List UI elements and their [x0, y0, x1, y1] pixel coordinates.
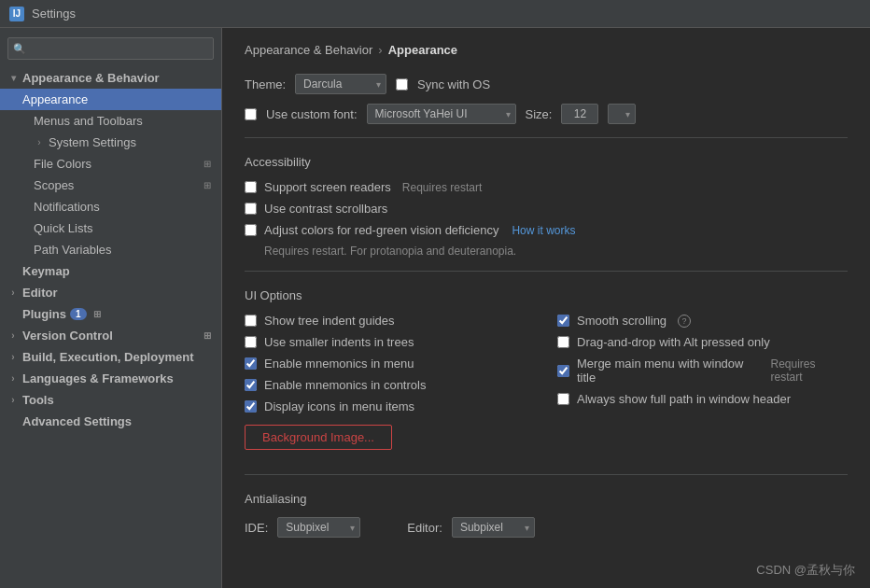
sidebar-group-appearance-behavior[interactable]: ▾ Appearance & Behavior	[0, 67, 221, 89]
sidebar-item-appearance[interactable]: Appearance	[0, 89, 221, 110]
theme-select[interactable]: Darcula IntelliJ Light	[295, 74, 386, 94]
sync-with-os-checkbox[interactable]	[396, 78, 408, 91]
mnemonics-controls-checkbox[interactable]	[245, 379, 257, 391]
sidebar-group-build[interactable]: › Build, Execution, Deployment	[0, 346, 221, 368]
chevron-right-icon	[7, 266, 19, 277]
chevron-right-icon: ›	[7, 352, 19, 363]
antialiasing-row: IDE: Subpixel Greyscale None Editor: Sub…	[245, 517, 848, 538]
divider-2	[245, 271, 848, 272]
ide-antialiasing-select[interactable]: Subpixel Greyscale None	[277, 517, 360, 538]
ide-select-wrapper[interactable]: Subpixel Greyscale None	[277, 517, 360, 538]
sidebar-item-label: Path Variables	[34, 243, 112, 257]
antialiasing-title: Antialiasing	[245, 492, 848, 506]
show-tree-indent-checkbox[interactable]	[245, 315, 257, 327]
sidebar-group-label: Appearance & Behavior	[22, 71, 160, 85]
sidebar-group-editor[interactable]: › Editor	[0, 282, 221, 303]
mnemonics-menu-label: Enable mnemonics in menu	[264, 357, 414, 371]
sidebar-group-tools[interactable]: › Tools	[0, 389, 221, 411]
merge-menu-label: Merge main menu with window title	[577, 357, 760, 385]
sidebar-item-label: Build, Execution, Deployment	[22, 350, 193, 364]
sidebar: 🔍 ▾ Appearance & Behavior Appearance Men…	[0, 28, 222, 588]
merge-menu-checkbox[interactable]	[557, 365, 569, 377]
sidebar-item-label: System Settings	[49, 135, 136, 149]
sidebar-group-plugins[interactable]: Plugins 1 ⊞	[0, 303, 221, 325]
full-path-row: Always show full path in window header	[557, 392, 848, 406]
sidebar-group-keymap[interactable]: Keymap	[0, 260, 221, 282]
full-path-label: Always show full path in window header	[577, 392, 791, 406]
size-select-wrapper[interactable]	[608, 104, 636, 124]
full-path-checkbox[interactable]	[557, 393, 569, 405]
theme-label: Theme:	[245, 77, 286, 91]
size-input[interactable]	[561, 104, 598, 124]
smaller-indents-checkbox[interactable]	[245, 336, 257, 348]
sidebar-item-label: Scopes	[34, 178, 74, 192]
how-it-works-link[interactable]: How it works	[512, 224, 575, 237]
smooth-scrolling-help-icon[interactable]: ?	[678, 315, 691, 328]
sidebar-item-notifications[interactable]: Notifications	[0, 196, 221, 217]
background-image-button[interactable]: Background Image...	[245, 425, 392, 450]
sidebar-item-quick-lists[interactable]: Quick Lists	[0, 217, 221, 239]
chevron-right-icon: ›	[7, 395, 19, 406]
font-select-wrapper[interactable]: Microsoft YaHei UI	[367, 104, 516, 124]
sidebar-item-label: Appearance	[22, 92, 88, 106]
sidebar-item-label: Advanced Settings	[22, 414, 132, 428]
sidebar-item-label: Quick Lists	[34, 221, 93, 235]
sidebar-item-scopes[interactable]: Scopes ⊞	[0, 175, 221, 196]
custom-font-label: Use custom font:	[266, 107, 358, 121]
chevron-right-icon: ›	[7, 373, 19, 385]
breadcrumb: Appearance & Behavior › Appearance	[245, 43, 848, 57]
contrast-scrollbars-row: Use contrast scrollbars	[245, 202, 848, 216]
show-tree-indent-row: Show tree indent guides	[245, 314, 535, 328]
sidebar-item-label: Menus and Toolbars	[34, 114, 143, 128]
chevron-down-icon: ▾	[7, 73, 19, 84]
sidebar-item-label: Editor	[22, 286, 58, 300]
show-tree-indent-label: Show tree indent guides	[264, 314, 394, 328]
title-bar: IJ Settings	[0, 0, 870, 28]
mnemonics-menu-row: Enable mnemonics in menu	[245, 357, 535, 371]
sidebar-item-system-settings[interactable]: › System Settings	[0, 132, 221, 153]
window-title: Settings	[32, 7, 76, 21]
mnemonics-controls-row: Enable mnemonics in controls	[245, 378, 535, 392]
contrast-scrollbars-label: Use contrast scrollbars	[264, 202, 387, 216]
sidebar-item-path-variables[interactable]: Path Variables	[0, 239, 221, 260]
theme-select-wrapper[interactable]: Darcula IntelliJ Light	[295, 74, 386, 94]
adjust-colors-checkbox[interactable]	[245, 224, 257, 236]
screen-readers-requires: Requires restart	[402, 181, 482, 194]
screen-readers-checkbox[interactable]	[245, 181, 257, 193]
custom-font-checkbox[interactable]	[245, 108, 257, 120]
sidebar-item-menus-toolbars[interactable]: Menus and Toolbars	[0, 110, 221, 132]
ui-options-left: Show tree indent guides Use smaller inde…	[245, 314, 535, 461]
sidebar-group-advanced[interactable]: Advanced Settings	[0, 411, 221, 432]
app-icon: IJ	[9, 7, 24, 21]
settings-icon: ⊞	[201, 158, 214, 171]
adjust-colors-label: Adjust colors for red-green vision defic…	[264, 223, 498, 237]
theme-row: Theme: Darcula IntelliJ Light Sync with …	[245, 74, 848, 94]
search-input[interactable]	[7, 37, 214, 60]
settings-icon: ⊞	[201, 179, 214, 192]
search-box[interactable]: 🔍	[7, 37, 214, 60]
editor-antialiasing-select[interactable]: Subpixel Greyscale None	[452, 517, 535, 538]
mnemonics-menu-checkbox[interactable]	[245, 357, 257, 370]
adjust-colors-row: Adjust colors for red-green vision defic…	[245, 223, 848, 237]
editor-select-wrapper[interactable]: Subpixel Greyscale None	[452, 517, 535, 538]
smaller-indents-label: Use smaller indents in trees	[264, 335, 414, 349]
sidebar-group-languages[interactable]: › Languages & Frameworks	[0, 368, 221, 389]
settings-icon: ⊞	[201, 329, 214, 343]
smooth-scrolling-label: Smooth scrolling	[577, 314, 667, 328]
smooth-scrolling-checkbox[interactable]	[557, 315, 569, 327]
custom-font-row: Use custom font: Microsoft YaHei UI Size…	[245, 104, 848, 124]
display-icons-checkbox[interactable]	[245, 400, 257, 413]
font-select[interactable]: Microsoft YaHei UI	[367, 104, 516, 124]
chevron-right-icon: ›	[7, 330, 19, 342]
sidebar-item-file-colors[interactable]: File Colors ⊞	[0, 153, 221, 175]
mnemonics-controls-label: Enable mnemonics in controls	[264, 378, 426, 392]
drag-drop-checkbox[interactable]	[557, 336, 569, 348]
size-select[interactable]	[608, 104, 636, 124]
contrast-scrollbars-checkbox[interactable]	[245, 203, 257, 215]
adjust-colors-hint: Requires restart. For protanopia and deu…	[264, 245, 848, 258]
ui-options-grid: Show tree indent guides Use smaller inde…	[245, 314, 848, 461]
accessibility-title: Accessibility	[245, 155, 848, 169]
sidebar-item-label: File Colors	[34, 157, 91, 171]
sync-with-os-label: Sync with OS	[417, 77, 490, 91]
sidebar-group-version-control[interactable]: › Version Control ⊞	[0, 325, 221, 346]
